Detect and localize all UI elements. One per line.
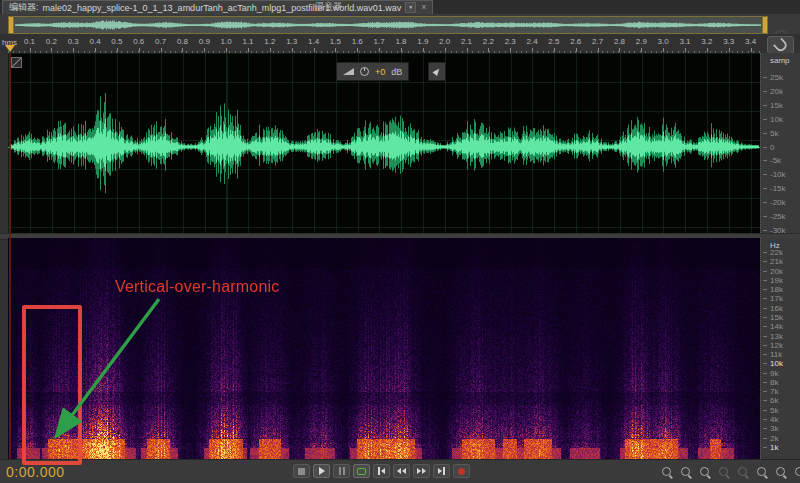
cursor-arrow-icon <box>432 67 441 76</box>
annotation-highlight-box <box>22 305 82 465</box>
scale-tick-label: 12k <box>770 342 783 350</box>
status-bar: 0:00.000 <box>0 459 800 483</box>
time-display: 0:00.000 <box>6 464 65 480</box>
rewind-button[interactable] <box>393 464 410 478</box>
annotation-label: Vertical-over-harmonic <box>115 278 279 296</box>
scale-tick-label: 5k <box>770 130 778 138</box>
scale-tick-label: 6k <box>770 397 778 405</box>
scale-tick-label: 21k <box>770 258 783 266</box>
scale-tick-label: 0 <box>770 144 774 152</box>
frequency-scale[interactable]: Hz 22k21k20k19k18k17k16k15k14k13k12k11k1… <box>760 238 800 459</box>
pause-button[interactable] <box>333 464 350 478</box>
ruler-tick-label: 3.4 <box>738 37 764 46</box>
record-button[interactable] <box>453 464 470 478</box>
scale-tick-label: 8k <box>770 379 778 387</box>
scale-tick-label: 19k <box>770 277 783 285</box>
magnifier-icon <box>662 467 671 476</box>
scale-tick-label: 10k <box>770 116 783 124</box>
scale-tick-label: 4k <box>770 416 778 424</box>
zoom-full-button[interactable] <box>792 465 800 478</box>
scale-tick-label: 18k <box>770 286 783 294</box>
fade-ramp-icon <box>343 68 354 75</box>
navigator-left-handle[interactable] <box>8 17 14 33</box>
scale-tick-label: 7k <box>770 388 778 396</box>
scale-tick-label: 16k <box>770 305 783 313</box>
zoom-navigator <box>0 14 800 34</box>
tab-mixer[interactable]: 混音器 <box>309 0 348 13</box>
volume-knob-icon[interactable] <box>360 67 369 76</box>
hud-gain-value: +0 <box>375 67 385 77</box>
magnifier-icon <box>738 467 747 476</box>
left-gutter <box>0 53 8 459</box>
magnifier-icon <box>776 467 785 476</box>
amplitude-unit-label: samp <box>770 56 790 65</box>
snap-button[interactable] <box>767 36 794 54</box>
scale-tick-label: -10k <box>770 171 786 179</box>
scale-tick-label: 15k <box>770 102 783 110</box>
scale-tick-label: 17k <box>770 295 783 303</box>
magnifier-icon <box>719 467 728 476</box>
scale-tick-label: 2k <box>770 435 778 443</box>
scale-tick-label: 3k <box>770 425 778 433</box>
time-ruler[interactable]: hms 0.10.20.30.40.50.60.70.80.91.01.11.2… <box>0 34 800 54</box>
zoom-out-amplitude-button[interactable] <box>735 465 749 478</box>
mixer-tab-label: 混音器 <box>315 0 342 13</box>
scale-tick-label: 10k <box>770 360 783 368</box>
amplitude-scale[interactable]: samp 25k20k15k10k5k0-5k-10k-15k-20k-25k-… <box>760 53 800 233</box>
scale-tick-label: 20k <box>770 268 783 276</box>
audio-editor-window: 编辑器:male02_happy_splice-1_0_1_13_amdurTa… <box>0 0 800 483</box>
skip-to-end-button[interactable] <box>433 464 450 478</box>
tab-bar: 编辑器:male02_happy_splice-1_0_1_13_amdurTa… <box>0 0 800 15</box>
marquee-tool-icon <box>11 57 22 68</box>
magnet-icon <box>772 37 788 53</box>
stop-button[interactable] <box>293 464 310 478</box>
scale-tick-label: 9k <box>770 370 778 378</box>
magnifier-icon <box>757 467 766 476</box>
scale-tick-label: -5k <box>770 157 781 165</box>
close-icon[interactable]: × <box>421 3 426 12</box>
playhead-line[interactable] <box>9 53 11 459</box>
magnifier-icon <box>700 467 709 476</box>
scale-tick-label: -20k <box>770 199 786 207</box>
zoom-to-selection-button[interactable] <box>697 465 711 478</box>
scale-tick-label: -15k <box>770 185 786 193</box>
navigator-right-handle[interactable] <box>762 17 768 33</box>
zoom-in-amplitude-button[interactable] <box>716 465 730 478</box>
magnifier-icon <box>681 467 690 476</box>
magnifier-icon <box>795 467 800 476</box>
navigator-range[interactable] <box>8 16 768 34</box>
playhead-marker[interactable] <box>5 45 15 52</box>
transport-controls <box>293 464 470 478</box>
zoom-in-point-button[interactable] <box>754 465 768 478</box>
loop-button[interactable] <box>353 464 370 478</box>
hud-gain-unit: dB <box>391 67 402 77</box>
editor-tab-prefix: 编辑器: <box>9 1 39 14</box>
scale-tick-label: 22k <box>770 249 783 257</box>
scale-tick-label: 20k <box>770 88 783 96</box>
volume-hud[interactable]: +0 dB <box>336 62 409 81</box>
scale-tick-label: 5k <box>770 407 778 415</box>
scale-tick-label: 11k <box>770 351 782 359</box>
chevron-down-icon[interactable]: ▼ <box>405 2 416 13</box>
fast-forward-button[interactable] <box>413 464 430 478</box>
spectrogram-display[interactable] <box>8 238 760 459</box>
zoom-out-point-button[interactable] <box>773 465 787 478</box>
tab-editor[interactable]: 编辑器:male02_happy_splice-1_0_1_13_amdurTa… <box>2 0 433 14</box>
overview-waveform <box>15 18 761 32</box>
spectrogram-panel[interactable] <box>8 238 760 459</box>
scale-tick-label: 15k <box>770 314 783 322</box>
zoom-out-time-button[interactable] <box>678 465 692 478</box>
scale-tick-label: 1k <box>770 444 778 452</box>
zoom-controls <box>659 465 800 478</box>
play-button[interactable] <box>313 464 330 478</box>
zoom-in-time-button[interactable] <box>659 465 673 478</box>
skip-to-start-button[interactable] <box>373 464 390 478</box>
scale-tick-label: 13k <box>770 333 783 341</box>
scale-tick-label: 25k <box>770 74 783 82</box>
scale-tick-label: 14k <box>770 323 783 331</box>
hud-pin-button[interactable] <box>428 62 446 81</box>
scale-tick-label: -25k <box>770 213 786 221</box>
